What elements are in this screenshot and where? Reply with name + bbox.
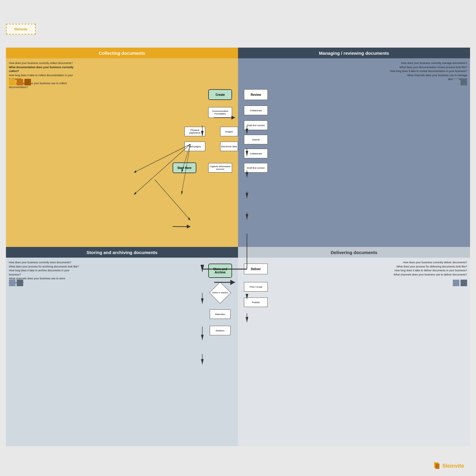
draft2-node: Draft first version [244, 163, 268, 173]
gray-sq5 [453, 280, 459, 286]
sq-orange1 [9, 79, 15, 85]
diagram-wrapper: fileinvite Collecting documents Managing… [6, 48, 470, 446]
publish-node: Publish [244, 298, 268, 307]
communicate-node: Communication Formalities [208, 107, 232, 118]
gray-sq2 [461, 79, 467, 85]
gray-sq4 [17, 280, 23, 286]
quadrant-managing-bg [238, 58, 470, 247]
draft1-node: Draft first version [244, 120, 268, 130]
gray-squares-managing [453, 79, 467, 85]
deliver-node: Deliver [244, 264, 268, 274]
header-managing: Managing / reviewing documents [238, 48, 470, 58]
quadrant-delivering-bg [238, 258, 470, 446]
gray-squares-delivering [453, 280, 467, 286]
sq-orange3 [24, 79, 31, 85]
main-diagram: Collecting documents Managing / reviewin… [6, 48, 470, 446]
annotation-managing: How does your business currently manage … [390, 61, 467, 82]
logo-small: fileinvite [14, 27, 28, 31]
gray-sq3 [9, 280, 15, 286]
store-archive-node: Store and Archive [208, 264, 232, 278]
electronic-node: Electronic data [220, 142, 238, 151]
retention-node: Retention [210, 309, 231, 319]
fileinvite-logo-text: fileinvite [442, 463, 464, 469]
webpages-node: Web pages [184, 142, 205, 151]
bottom-logo: fileinvite [433, 462, 464, 470]
color-squares-collecting [9, 79, 31, 85]
header-storing: Storing and archiving documents [6, 247, 238, 258]
logo-box: fileinvite [6, 24, 36, 35]
annotation-delivering: How does your business currently deliver… [390, 261, 467, 277]
capture-node: Capture information sources [208, 163, 232, 173]
create-node: Create [208, 89, 232, 100]
print-email-node: Print / email [244, 282, 268, 292]
quadrant-storing-bg [6, 258, 238, 446]
images-node: Images [220, 127, 238, 136]
svg-rect-24 [435, 464, 439, 469]
physical-node: Physical paperwork [184, 127, 205, 136]
gray-squares-storing [9, 280, 23, 286]
header-delivering: Delivering documents [238, 247, 470, 258]
gray-sq1 [453, 79, 459, 85]
sq-orange2 [17, 79, 23, 85]
review-node: Review [244, 89, 268, 100]
deletion-node: Deletion [210, 326, 231, 335]
start-here-node: Start Here [173, 162, 196, 173]
collaborate2-node: Collaborate [244, 149, 268, 158]
collaborate1-node: Collaborate [244, 106, 268, 115]
header-collecting: Collecting documents [6, 48, 238, 58]
submit-node: Submit [244, 135, 268, 144]
gray-sq6 [461, 280, 467, 286]
fileinvite-logo-icon [433, 462, 441, 470]
